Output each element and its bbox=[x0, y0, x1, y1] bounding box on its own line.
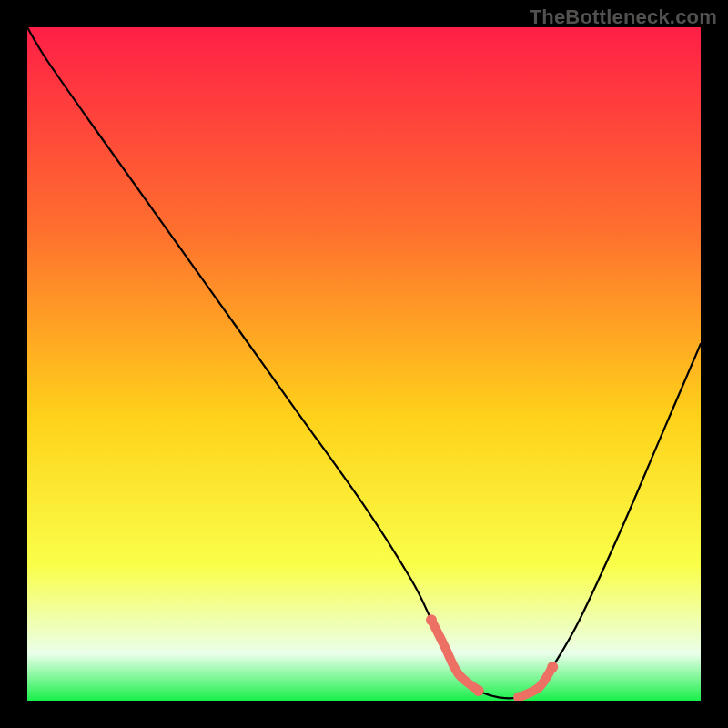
highlight-dot-1-1 bbox=[547, 662, 558, 672]
highlight-dot-0-1 bbox=[473, 685, 484, 696]
chart-plot-area bbox=[27, 27, 701, 701]
chart-background bbox=[27, 27, 701, 701]
chart-svg bbox=[27, 27, 701, 701]
watermark-text: TheBottleneck.com bbox=[530, 5, 717, 29]
highlight-dot-0-0 bbox=[426, 614, 437, 625]
